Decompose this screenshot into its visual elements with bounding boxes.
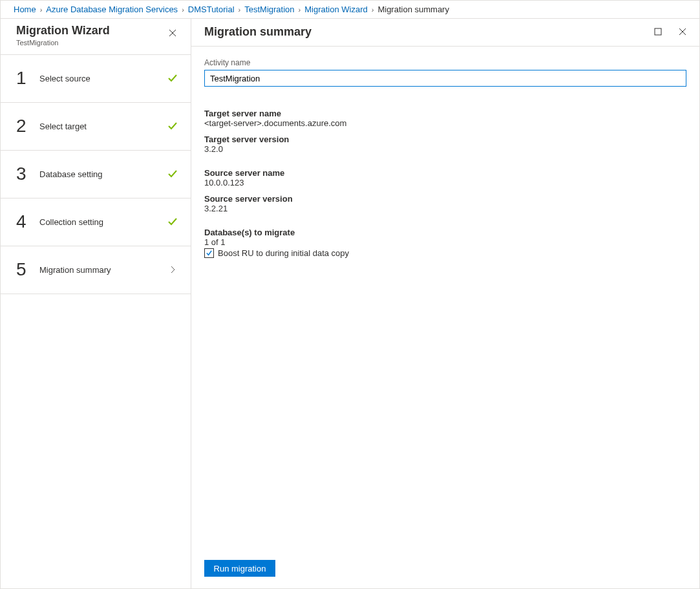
wizard-sidebar: Migration Wizard TestMigration 1 Select … <box>1 19 191 588</box>
step-label: Select target <box>39 122 154 131</box>
activity-name-label: Activity name <box>204 58 686 67</box>
target-server-version-value: 3.2.0 <box>204 144 686 154</box>
wizard-step-database-setting[interactable]: 3 Database setting <box>1 151 191 198</box>
step-number: 4 <box>16 211 28 232</box>
wizard-title: Migration Wizard <box>16 24 110 38</box>
close-wizard-button[interactable] <box>164 24 182 42</box>
breadcrumb-link-project[interactable]: TestMigration <box>244 5 294 14</box>
close-icon <box>679 28 686 36</box>
check-icon <box>206 250 213 257</box>
databases-to-migrate-value: 1 of 1 <box>204 237 686 247</box>
breadcrumb-link-tutorial[interactable]: DMSTutorial <box>188 5 235 14</box>
page-title: Migration summary <box>204 25 312 39</box>
target-server-name-value: <target-server>.documents.azure.com <box>204 118 686 128</box>
chevron-right-icon: › <box>40 6 43 14</box>
breadcrumb-link-services[interactable]: Azure Database Migration Services <box>46 5 178 14</box>
target-server-version-label: Target server version <box>204 134 686 144</box>
source-server-version-value: 3.2.21 <box>204 204 686 213</box>
wizard-subtitle: TestMigration <box>16 39 110 47</box>
chevron-right-icon: › <box>299 6 301 14</box>
breadcrumb: Home › Azure Database Migration Services… <box>1 1 699 19</box>
wizard-step-select-source[interactable]: 1 Select source <box>1 55 191 103</box>
svg-rect-0 <box>655 28 661 35</box>
content-panel: Migration summary Activity name Target s… <box>191 19 699 588</box>
chevron-right-icon: › <box>372 6 374 14</box>
chevron-right-icon <box>166 266 179 273</box>
breadcrumb-current: Migration summary <box>377 5 449 14</box>
step-number: 1 <box>16 68 28 89</box>
source-server-name-value: 10.0.0.123 <box>204 178 686 187</box>
check-icon <box>166 217 179 227</box>
step-label: Database setting <box>39 169 154 179</box>
source-server-name-label: Source server name <box>204 168 686 178</box>
chevron-right-icon: › <box>239 6 241 14</box>
breadcrumb-link-wizard[interactable]: Migration Wizard <box>304 5 368 14</box>
restore-window-button[interactable] <box>650 24 666 39</box>
boost-ru-checkbox[interactable] <box>204 248 214 258</box>
restore-icon <box>654 28 662 36</box>
source-server-version-label: Source server version <box>204 194 686 204</box>
step-label: Select source <box>39 74 154 83</box>
wizard-step-collection-setting[interactable]: 4 Collection setting <box>1 198 191 246</box>
check-icon <box>166 169 179 179</box>
check-icon <box>166 121 179 131</box>
check-icon <box>166 73 179 83</box>
activity-name-input[interactable] <box>204 70 686 87</box>
step-number: 3 <box>16 164 28 184</box>
close-panel-button[interactable] <box>675 24 690 39</box>
target-server-name-label: Target server name <box>204 109 686 118</box>
run-migration-button[interactable]: Run migration <box>204 560 275 577</box>
step-label: Collection setting <box>39 217 154 227</box>
boost-ru-label: Boost RU to during initial data copy <box>218 248 349 258</box>
chevron-right-icon: › <box>182 6 184 14</box>
wizard-step-migration-summary[interactable]: 5 Migration summary <box>1 246 191 294</box>
step-label: Migration summary <box>39 265 154 275</box>
breadcrumb-link-home[interactable]: Home <box>14 5 36 14</box>
close-icon <box>169 29 176 37</box>
wizard-step-select-target[interactable]: 2 Select target <box>1 103 191 151</box>
step-number: 2 <box>16 116 28 136</box>
databases-to-migrate-label: Database(s) to migrate <box>204 228 686 237</box>
step-number: 5 <box>16 259 28 280</box>
